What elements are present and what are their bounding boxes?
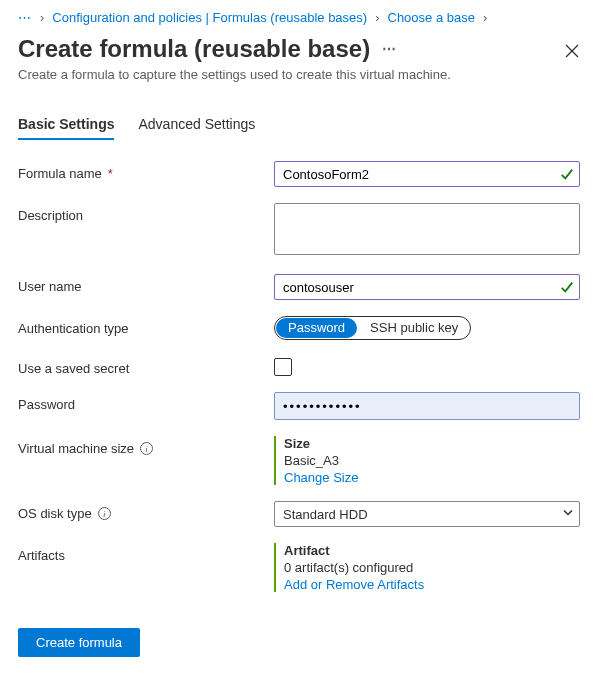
artifacts-title: Artifact [284,543,580,558]
required-marker: * [108,166,113,181]
change-size-link[interactable]: Change Size [284,470,358,485]
label-vm-size: Virtual machine size i [18,436,274,456]
check-icon [560,280,574,294]
label-password: Password [18,392,274,412]
tab-advanced-settings[interactable]: Advanced Settings [138,110,255,140]
page-title: Create formula (reusable base) ⋯ [18,35,397,63]
page-subtitle: Create a formula to capture the settings… [18,67,580,82]
auth-type-toggle: Password SSH public key [274,316,471,340]
breadcrumb-link-choose-base[interactable]: Choose a base [388,10,475,25]
tabs: Basic Settings Advanced Settings [18,110,580,141]
label-os-disk: OS disk type i [18,501,274,521]
auth-type-ssh[interactable]: SSH public key [358,317,470,339]
artifacts-value: 0 artifact(s) configured [284,560,580,575]
chevron-down-icon [562,507,574,522]
vm-size-title: Size [284,436,580,451]
check-icon [560,167,574,181]
vm-size-value: Basic_A3 [284,453,580,468]
label-user-name: User name [18,274,274,294]
formula-name-input[interactable] [274,161,580,187]
breadcrumb: ⋯ › Configuration and policies | Formula… [18,10,580,25]
vm-size-card: Size Basic_A3 Change Size [274,436,580,485]
info-icon[interactable]: i [98,507,111,520]
user-name-input[interactable] [274,274,580,300]
label-description: Description [18,203,274,223]
auth-type-password[interactable]: Password [276,318,357,338]
chevron-right-icon: › [40,10,44,25]
breadcrumb-ellipsis[interactable]: ⋯ [18,10,32,25]
close-icon[interactable] [564,43,580,59]
os-disk-select[interactable]: Standard HDD [274,501,580,527]
label-saved-secret: Use a saved secret [18,356,274,376]
label-auth-type: Authentication type [18,316,274,336]
password-input[interactable] [274,392,580,420]
info-icon[interactable]: i [140,442,153,455]
artifacts-card: Artifact 0 artifact(s) configured Add or… [274,543,580,592]
chevron-right-icon: › [375,10,379,25]
add-remove-artifacts-link[interactable]: Add or Remove Artifacts [284,577,424,592]
label-formula-name: Formula name * [18,161,274,181]
tab-basic-settings[interactable]: Basic Settings [18,110,114,140]
chevron-right-icon: › [483,10,487,25]
saved-secret-checkbox[interactable] [274,358,292,376]
label-artifacts: Artifacts [18,543,274,563]
breadcrumb-link-config[interactable]: Configuration and policies | Formulas (r… [52,10,367,25]
create-formula-button[interactable]: Create formula [18,628,140,657]
description-input[interactable] [274,203,580,255]
more-icon[interactable]: ⋯ [382,41,397,57]
